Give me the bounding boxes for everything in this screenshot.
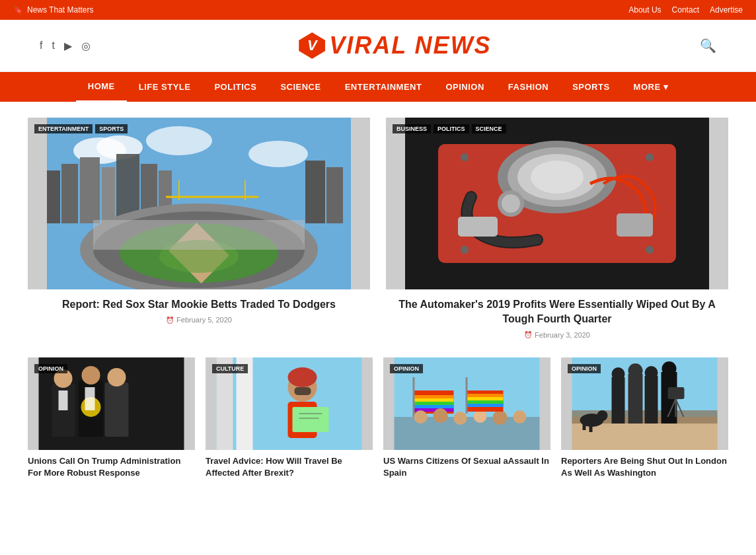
logo-v-letter: V — [307, 38, 317, 53]
svg-point-66 — [414, 410, 428, 424]
tag-politics[interactable]: POLITICS — [434, 124, 469, 133]
search-icon[interactable]: 🔍 — [700, 38, 716, 54]
small-image-1: OPINION — [28, 357, 195, 450]
svg-point-87 — [645, 366, 658, 379]
top-bar-brand: 🔖 News That Matters — [13, 5, 93, 15]
nav-home[interactable]: HOME — [76, 72, 127, 102]
svg-rect-29 — [458, 217, 498, 237]
article-2-tags: BUSINESS POLITICS SCIENCE — [393, 124, 506, 133]
twitter-icon[interactable]: t — [52, 40, 54, 52]
small-articles-row: OPINION Unions Call On Trump Administrat… — [28, 357, 728, 479]
svg-rect-6 — [61, 164, 78, 223]
main-nav: HOME LIFE STYLE POLITICS SCIENCE ENTERTA… — [0, 72, 756, 102]
facebook-icon[interactable]: f — [40, 40, 42, 52]
svg-point-34 — [646, 153, 654, 161]
svg-rect-30 — [617, 213, 653, 237]
svg-point-35 — [461, 246, 469, 254]
svg-rect-7 — [80, 157, 100, 223]
tag-sports[interactable]: SPORTS — [95, 124, 128, 133]
nav-sports[interactable]: SPORTS — [560, 73, 621, 101]
small-2-tags: CULTURE — [212, 364, 248, 373]
small-image-4: OPINION — [561, 357, 728, 450]
svg-rect-64 — [413, 377, 415, 417]
youtube-icon[interactable]: ▶ — [64, 40, 72, 52]
social-icons: f t ▶ ◎ — [40, 40, 91, 52]
svg-point-86 — [628, 363, 643, 378]
nav-lifestyle[interactable]: LIFE STYLE — [127, 73, 203, 101]
svg-point-36 — [646, 246, 654, 254]
small-4-tags: OPINION — [568, 364, 601, 373]
featured-article-2[interactable]: BUSINESS POLITICS SCIENCE The Automaker'… — [386, 118, 728, 339]
top-bar-links: About Us Contact Advertise — [628, 5, 743, 15]
contact-link[interactable]: Contact — [672, 5, 699, 15]
svg-point-33 — [461, 153, 469, 161]
article-1-date: February 5, 2020 — [28, 316, 370, 324]
svg-rect-60 — [414, 398, 454, 402]
small-image-2: CULTURE — [206, 357, 373, 450]
baseball-stadium-image — [28, 118, 370, 289]
site-logo[interactable]: V VIRAL NEWS — [299, 32, 491, 59]
svg-rect-46 — [85, 387, 95, 410]
svg-rect-89 — [668, 387, 685, 399]
small-article-3[interactable]: OPINION US Warns Citizens Of Sexual aAss… — [383, 357, 550, 479]
small-article-1[interactable]: OPINION Unions Call On Trump Administrat… — [28, 357, 195, 479]
svg-rect-83 — [645, 376, 658, 424]
nav-science[interactable]: SCIENCE — [268, 73, 332, 101]
tag-business[interactable]: BUSINESS — [393, 124, 431, 133]
small-article-4-title: Reporters Are Being Shut Out In London A… — [561, 455, 728, 479]
svg-point-3 — [146, 126, 212, 155]
svg-rect-56 — [295, 387, 311, 395]
small-article-1-title: Unions Call On Trump Administration For … — [28, 455, 195, 479]
small-tag-3[interactable]: OPINION — [390, 364, 423, 373]
svg-rect-12 — [305, 161, 325, 223]
svg-rect-5 — [47, 170, 60, 223]
svg-point-70 — [493, 410, 508, 425]
svg-point-28 — [531, 161, 584, 194]
tag-science[interactable]: SCIENCE — [472, 124, 506, 133]
svg-rect-77 — [466, 377, 468, 414]
svg-rect-42 — [105, 383, 129, 437]
small-tag-1[interactable]: OPINION — [34, 364, 67, 373]
svg-point-88 — [662, 361, 677, 376]
site-header: f t ▶ ◎ V VIRAL NEWS 🔍 — [0, 20, 756, 72]
small-tag-2[interactable]: CULTURE — [212, 364, 248, 373]
top-bar: 🔖 News That Matters About Us Contact Adv… — [0, 0, 756, 20]
advertise-link[interactable]: Advertise — [710, 5, 743, 15]
small-1-tags: OPINION — [34, 364, 67, 373]
svg-rect-59 — [414, 395, 454, 398]
featured-article-1[interactable]: ENTERTAINMENT SPORTS Report: Red Sox Sta… — [28, 118, 370, 339]
svg-rect-13 — [326, 167, 343, 223]
svg-rect-82 — [628, 374, 643, 424]
small-article-4[interactable]: OPINION Reporters Are Being Shut Out In … — [561, 357, 728, 479]
svg-point-68 — [454, 412, 467, 425]
brand-label: News That Matters — [27, 5, 93, 15]
svg-point-85 — [612, 367, 625, 381]
svg-point-4 — [248, 141, 308, 167]
nav-more[interactable]: MORE — [622, 73, 681, 101]
svg-point-51 — [288, 367, 317, 387]
tag-entertainment[interactable]: ENTERTAINMENT — [34, 124, 93, 133]
svg-point-32 — [502, 194, 520, 213]
small-article-2-title: Travel Advice: How Will Travel Be Affect… — [206, 455, 373, 479]
article-2-date: February 3, 2020 — [386, 331, 728, 339]
main-content: ENTERTAINMENT SPORTS Report: Red Sox Sta… — [15, 102, 741, 495]
small-article-2[interactable]: CULTURE Travel Advice: How Will Travel B… — [206, 357, 373, 479]
nav-entertainment[interactable]: ENTERTAINMENT — [333, 73, 434, 101]
svg-rect-76 — [467, 404, 504, 407]
svg-rect-75 — [467, 400, 504, 404]
small-tag-4[interactable]: OPINION — [568, 364, 601, 373]
svg-point-71 — [513, 410, 527, 424]
about-us-link[interactable]: About Us — [628, 5, 661, 15]
svg-point-43 — [108, 368, 126, 387]
svg-point-67 — [434, 408, 448, 423]
nav-fashion[interactable]: FASHION — [496, 73, 560, 101]
svg-rect-53 — [293, 407, 329, 432]
nav-politics[interactable]: POLITICS — [202, 73, 268, 101]
instagram-icon[interactable]: ◎ — [81, 40, 91, 52]
bookmark-icon: 🔖 — [13, 5, 23, 15]
svg-point-94 — [597, 410, 608, 421]
article-1-title: Report: Red Sox Star Mookie Betts Traded… — [33, 297, 365, 312]
nav-opinion[interactable]: OPINION — [434, 73, 496, 101]
engine-image — [386, 118, 728, 289]
svg-rect-62 — [414, 405, 454, 408]
